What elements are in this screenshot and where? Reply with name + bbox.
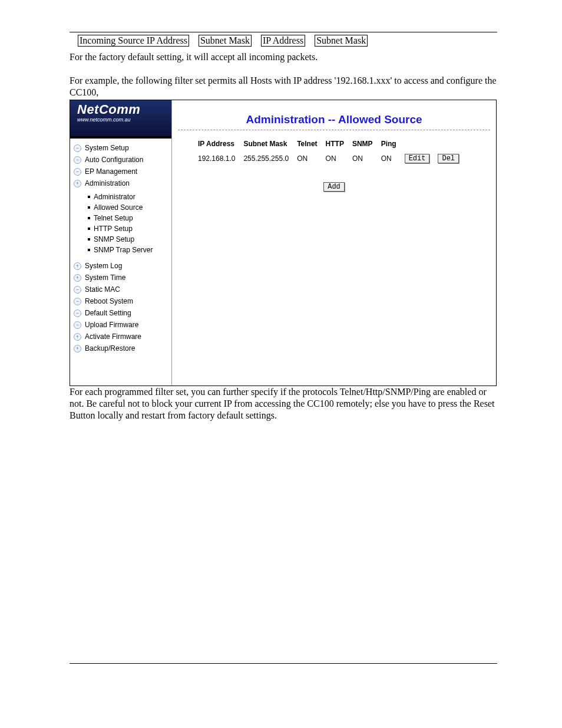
- nav-sub-snmp-trap-server[interactable]: SNMP Trap Server: [88, 245, 171, 255]
- nav-sub-label: HTTP Setup: [94, 225, 133, 233]
- nav-sub-administrator[interactable]: Administrator: [88, 192, 171, 202]
- header-cell: Incoming Source IP Address: [78, 35, 189, 47]
- bullet-icon: [88, 249, 90, 251]
- nav-sub-label: Administrator: [94, 193, 135, 201]
- header-cell: Subnet Mask: [199, 35, 252, 47]
- minus-icon: −: [74, 156, 81, 164]
- nav-sub-telnet-setup[interactable]: Telnet Setup: [88, 213, 171, 223]
- nav-sub-snmp-setup[interactable]: SNMP Setup: [88, 234, 171, 245]
- nav-label: EP Management: [85, 167, 137, 176]
- col-http: HTTP: [323, 137, 350, 151]
- nav-label: Reboot System: [85, 297, 133, 305]
- sidebar: NetComm www.netcomm.com.au − System Setu…: [70, 100, 172, 386]
- dashed-rule: [178, 130, 490, 130]
- nav-label: System Setup: [85, 144, 129, 152]
- header-cell: IP Address: [261, 35, 305, 47]
- nav-item-static-mac[interactable]: − Static MAC: [70, 284, 171, 295]
- paragraph-default: For the factory default setting, it will…: [70, 51, 497, 63]
- header-cell: Subnet Mask: [315, 35, 368, 47]
- minus-icon: −: [74, 168, 81, 176]
- nav-item-reboot-system[interactable]: − Reboot System: [70, 295, 171, 307]
- plus-icon: +: [74, 180, 81, 187]
- plus-icon: +: [74, 262, 81, 270]
- filters-table: IP Address Subnet Mask Telnet HTTP SNMP …: [196, 137, 465, 166]
- nav-item-ep-management[interactable]: − EP Management: [70, 166, 171, 177]
- nav-label: Backup/Restore: [85, 344, 135, 353]
- nav-sub-label: SNMP Trap Server: [94, 246, 153, 254]
- logo-text: NetComm: [77, 104, 171, 116]
- plus-icon: +: [74, 274, 81, 282]
- nav-label: Default Setting: [85, 309, 131, 317]
- paragraph-example: For example, the following filter set pe…: [70, 75, 497, 98]
- nav-label: Activate Firmware: [85, 332, 141, 341]
- nav-sub-http-setup[interactable]: HTTP Setup: [88, 223, 171, 234]
- nav-item-upload-firmware[interactable]: − Upload Firmware: [70, 319, 171, 331]
- nav-label: System Time: [85, 274, 125, 282]
- bullet-icon: [88, 196, 90, 198]
- minus-icon: −: [74, 309, 81, 317]
- nav-sub-label: SNMP Setup: [94, 235, 134, 243]
- bullet-icon: [88, 206, 90, 209]
- bullet-icon: [88, 238, 90, 241]
- cell-ping: ON: [379, 151, 402, 166]
- main-pane: Administration -- Allowed Source IP Addr…: [172, 100, 496, 386]
- col-ping: Ping: [379, 137, 402, 151]
- logo: NetComm www.netcomm.com.au: [70, 100, 171, 139]
- nav-item-administration[interactable]: + Administration: [70, 177, 171, 189]
- cell-http: ON: [323, 151, 350, 166]
- nav-label: Upload Firmware: [85, 321, 138, 329]
- nav-item-auto-configuration[interactable]: − Auto Configuration: [70, 154, 171, 166]
- minus-icon: −: [74, 144, 81, 152]
- nav-item-system-setup[interactable]: − System Setup: [70, 142, 171, 154]
- edit-button[interactable]: Edit: [405, 154, 430, 163]
- nav-item-system-log[interactable]: + System Log: [70, 260, 171, 272]
- col-ip: IP Address: [196, 137, 241, 151]
- bottom-rule: [70, 663, 497, 664]
- nav-label: Administration: [85, 179, 130, 187]
- minus-icon: −: [74, 286, 81, 294]
- del-button[interactable]: Del: [438, 154, 459, 163]
- nav-label: Auto Configuration: [85, 156, 143, 164]
- bullet-icon: [88, 217, 90, 219]
- nav-sublist-administration: Administrator Allowed Source Telnet Setu…: [70, 189, 171, 260]
- top-rule: [70, 32, 497, 32]
- nav-label: System Log: [85, 262, 122, 270]
- table-header-row: IP Address Subnet Mask Telnet HTTP SNMP …: [196, 137, 465, 151]
- nav-sub-label: Telnet Setup: [94, 214, 133, 222]
- nav-item-activate-firmware[interactable]: + Activate Firmware: [70, 331, 171, 342]
- bullet-icon: [88, 228, 90, 230]
- col-mask: Subnet Mask: [241, 137, 295, 151]
- col-telnet: Telnet: [295, 137, 323, 151]
- page-title: Administration -- Allowed Source: [178, 113, 490, 126]
- cell-snmp: ON: [350, 151, 379, 166]
- plus-icon: +: [74, 345, 81, 353]
- nav-label: Static MAC: [85, 285, 120, 294]
- nav-item-system-time[interactable]: + System Time: [70, 272, 171, 284]
- minus-icon: −: [74, 298, 81, 305]
- minus-icon: −: [74, 321, 81, 329]
- add-button[interactable]: Add: [323, 182, 345, 192]
- cell-mask: 255.255.255.0: [241, 151, 295, 166]
- nav-tree[interactable]: − System Setup − Auto Configuration − EP…: [70, 139, 171, 386]
- header-cells-row: Incoming Source IP Address Subnet Mask I…: [78, 35, 497, 47]
- nav-item-default-setting[interactable]: − Default Setting: [70, 307, 171, 319]
- nav-sub-allowed-source[interactable]: Allowed Source: [88, 202, 171, 213]
- cell-ip: 192.168.1.0: [196, 151, 241, 166]
- nav-sub-label: Allowed Source: [94, 203, 143, 212]
- logo-url: www.netcomm.com.au: [77, 117, 171, 123]
- nav-item-backup-restore[interactable]: + Backup/Restore: [70, 342, 171, 354]
- plus-icon: +: [74, 333, 81, 341]
- cell-telnet: ON: [295, 151, 323, 166]
- paragraph-note: For each programmed filter set, you can …: [70, 386, 497, 421]
- admin-allowed-source-screenshot: NetComm www.netcomm.com.au − System Setu…: [70, 100, 497, 386]
- col-snmp: SNMP: [350, 137, 379, 151]
- table-row: 192.168.1.0 255.255.255.0 ON ON ON ON Ed…: [196, 151, 465, 166]
